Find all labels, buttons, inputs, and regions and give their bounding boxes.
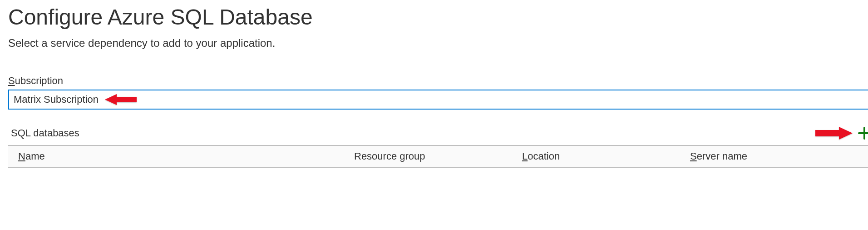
plus-icon xyxy=(858,127,868,140)
sql-databases-table: Name Resource group Location Server name xyxy=(8,145,868,168)
column-header-server-name[interactable]: Server name xyxy=(690,150,868,162)
annotation-arrow-left-icon xyxy=(105,93,137,106)
add-database-button[interactable] xyxy=(858,127,868,140)
page-title: Configure Azure SQL Database xyxy=(8,5,860,30)
subscription-dropdown[interactable]: Matrix Subscription xyxy=(8,90,868,110)
svg-marker-0 xyxy=(105,94,137,105)
column-header-location[interactable]: Location xyxy=(522,150,690,162)
subscription-label: Subscription xyxy=(8,75,860,87)
svg-marker-2 xyxy=(815,127,853,140)
annotation-arrow-right-icon xyxy=(815,126,853,140)
column-header-name[interactable]: Name xyxy=(18,150,354,162)
sql-databases-label: SQL databases xyxy=(8,127,79,139)
subscription-dropdown-value: Matrix Subscription xyxy=(14,94,99,105)
page-subtitle: Select a service dependency to add to yo… xyxy=(8,37,860,50)
table-header-row: Name Resource group Location Server name xyxy=(8,146,868,167)
column-header-resource-group[interactable]: Resource group xyxy=(354,150,522,162)
